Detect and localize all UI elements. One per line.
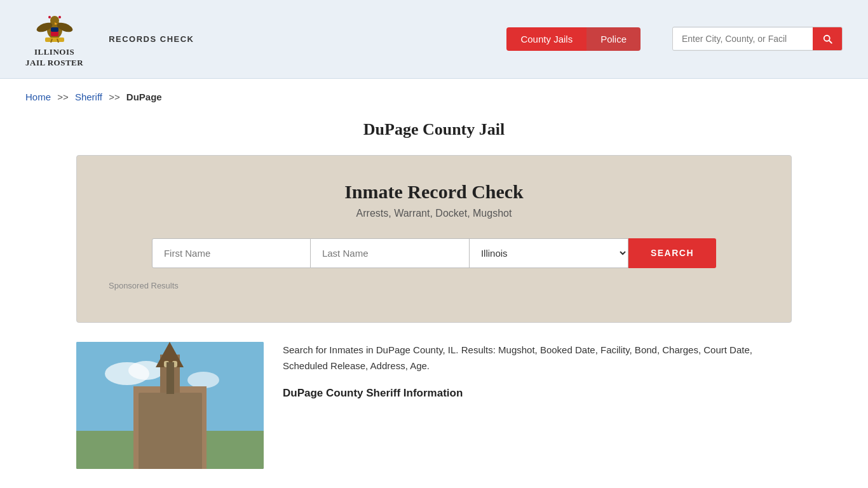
svg-rect-23 [153, 396, 160, 406]
svg-rect-27 [153, 413, 160, 423]
svg-rect-29 [193, 413, 200, 423]
state-select[interactable]: Illinois [470, 238, 628, 268]
building-svg [76, 342, 264, 469]
svg-rect-22 [140, 396, 147, 406]
inmate-search-button[interactable]: SEARCH [628, 238, 716, 268]
breadcrumb-home[interactable]: Home [25, 92, 51, 102]
breadcrumb-sheriff[interactable]: Sheriff [75, 92, 102, 102]
inmate-record-box: Inmate Record Check Arrests, Warrant, Do… [76, 155, 792, 323]
svg-rect-24 [180, 396, 187, 406]
svg-rect-6 [51, 27, 58, 32]
page-title: DuPage County Jail [0, 120, 868, 139]
breadcrumb-sep1: >> [57, 92, 69, 102]
logo-link[interactable]: ILLINOIS JAIL ROSTER [25, 10, 83, 69]
inmate-box-subtitle: Arrests, Warrant, Docket, Mugshot [109, 208, 759, 219]
county-jails-button[interactable]: County Jails [506, 27, 587, 51]
header-search-bar [672, 27, 843, 51]
content-description: Search for Inmates in DuPage County, IL.… [283, 342, 792, 374]
svg-rect-26 [140, 413, 147, 423]
svg-rect-17 [133, 386, 207, 469]
last-name-input[interactable] [311, 238, 470, 268]
svg-rect-20 [164, 361, 169, 367]
first-name-input[interactable] [152, 238, 311, 268]
breadcrumb: Home >> Sheriff >> DuPage [0, 79, 868, 109]
inmate-form: Illinois SEARCH [109, 238, 759, 268]
svg-point-7 [48, 16, 51, 18]
nav-buttons: County Jails Police [506, 27, 641, 51]
breadcrumb-current: DuPage [126, 92, 162, 102]
svg-rect-9 [45, 37, 64, 42]
header-search-button[interactable] [813, 27, 842, 50]
building-image [76, 342, 264, 469]
logo-text: ILLINOIS JAIL ROSTER [25, 47, 83, 69]
svg-rect-31 [156, 466, 184, 469]
logo-icon [36, 10, 74, 44]
search-icon [822, 33, 833, 44]
breadcrumb-sep2: >> [109, 92, 120, 102]
header-search-input[interactable] [673, 28, 813, 50]
site-header: ILLINOIS JAIL ROSTER RECORDS CHECK Count… [0, 0, 868, 79]
bottom-content: Search for Inmates in DuPage County, IL.… [0, 342, 868, 488]
svg-rect-16 [76, 431, 264, 469]
inmate-box-title: Inmate Record Check [109, 181, 759, 203]
svg-rect-28 [180, 413, 187, 423]
svg-rect-25 [193, 396, 200, 406]
sponsored-label: Sponsored Results [109, 281, 759, 290]
police-button[interactable]: Police [587, 27, 641, 51]
svg-rect-30 [163, 440, 177, 469]
page-title-wrap: DuPage County Jail [0, 120, 868, 139]
svg-rect-21 [172, 361, 177, 367]
svg-point-15 [187, 372, 219, 388]
content-sheriff-heading: DuPage County Sheriff Information [283, 384, 792, 403]
content-text: Search for Inmates in DuPage County, IL.… [283, 342, 792, 405]
svg-point-8 [58, 16, 61, 18]
records-check-link[interactable]: RECORDS CHECK [109, 34, 194, 44]
